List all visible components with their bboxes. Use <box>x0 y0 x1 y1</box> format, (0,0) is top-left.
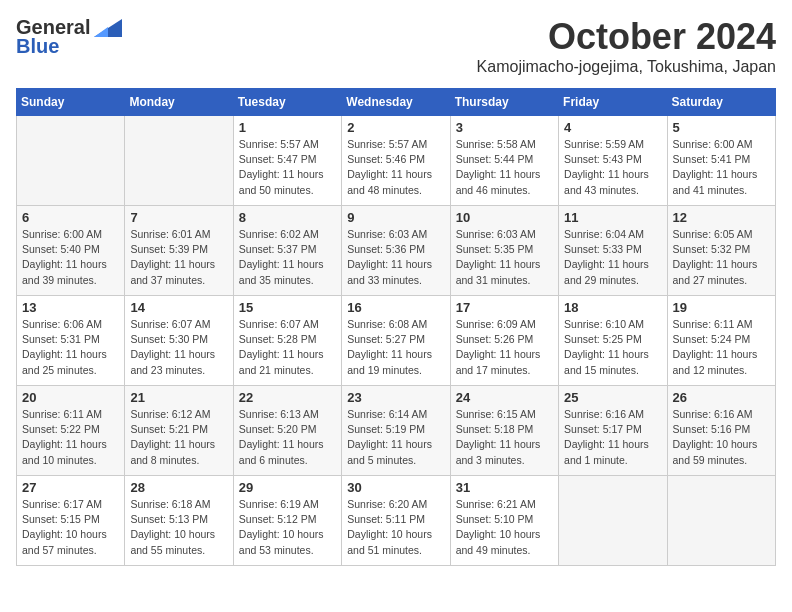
calendar-cell: 20Sunrise: 6:11 AM Sunset: 5:22 PM Dayli… <box>17 386 125 476</box>
day-number: 25 <box>564 390 661 405</box>
day-number: 3 <box>456 120 553 135</box>
calendar-cell: 15Sunrise: 6:07 AM Sunset: 5:28 PM Dayli… <box>233 296 341 386</box>
calendar-cell: 19Sunrise: 6:11 AM Sunset: 5:24 PM Dayli… <box>667 296 775 386</box>
calendar-cell: 10Sunrise: 6:03 AM Sunset: 5:35 PM Dayli… <box>450 206 558 296</box>
weekday-header-friday: Friday <box>559 89 667 116</box>
day-info: Sunrise: 6:03 AM Sunset: 5:36 PM Dayligh… <box>347 227 444 288</box>
calendar-cell: 6Sunrise: 6:00 AM Sunset: 5:40 PM Daylig… <box>17 206 125 296</box>
calendar-cell: 3Sunrise: 5:58 AM Sunset: 5:44 PM Daylig… <box>450 116 558 206</box>
day-number: 26 <box>673 390 770 405</box>
day-number: 28 <box>130 480 227 495</box>
calendar-cell: 26Sunrise: 6:16 AM Sunset: 5:16 PM Dayli… <box>667 386 775 476</box>
day-info: Sunrise: 6:03 AM Sunset: 5:35 PM Dayligh… <box>456 227 553 288</box>
calendar-cell: 7Sunrise: 6:01 AM Sunset: 5:39 PM Daylig… <box>125 206 233 296</box>
day-info: Sunrise: 6:05 AM Sunset: 5:32 PM Dayligh… <box>673 227 770 288</box>
weekday-header-monday: Monday <box>125 89 233 116</box>
calendar-cell: 1Sunrise: 5:57 AM Sunset: 5:47 PM Daylig… <box>233 116 341 206</box>
calendar-cell: 9Sunrise: 6:03 AM Sunset: 5:36 PM Daylig… <box>342 206 450 296</box>
day-info: Sunrise: 6:07 AM Sunset: 5:28 PM Dayligh… <box>239 317 336 378</box>
day-info: Sunrise: 6:19 AM Sunset: 5:12 PM Dayligh… <box>239 497 336 558</box>
day-info: Sunrise: 6:02 AM Sunset: 5:37 PM Dayligh… <box>239 227 336 288</box>
calendar-cell <box>125 116 233 206</box>
calendar-cell: 21Sunrise: 6:12 AM Sunset: 5:21 PM Dayli… <box>125 386 233 476</box>
day-number: 7 <box>130 210 227 225</box>
day-info: Sunrise: 6:06 AM Sunset: 5:31 PM Dayligh… <box>22 317 119 378</box>
title-section: October 2024 Kamojimacho-jogejima, Tokus… <box>477 16 776 76</box>
weekday-header-row: SundayMondayTuesdayWednesdayThursdayFrid… <box>17 89 776 116</box>
day-number: 14 <box>130 300 227 315</box>
day-info: Sunrise: 6:16 AM Sunset: 5:17 PM Dayligh… <box>564 407 661 468</box>
day-info: Sunrise: 6:09 AM Sunset: 5:26 PM Dayligh… <box>456 317 553 378</box>
calendar-week-row: 13Sunrise: 6:06 AM Sunset: 5:31 PM Dayli… <box>17 296 776 386</box>
day-info: Sunrise: 6:12 AM Sunset: 5:21 PM Dayligh… <box>130 407 227 468</box>
calendar-week-row: 6Sunrise: 6:00 AM Sunset: 5:40 PM Daylig… <box>17 206 776 296</box>
svg-marker-1 <box>94 27 108 37</box>
day-info: Sunrise: 6:15 AM Sunset: 5:18 PM Dayligh… <box>456 407 553 468</box>
calendar-cell: 11Sunrise: 6:04 AM Sunset: 5:33 PM Dayli… <box>559 206 667 296</box>
day-info: Sunrise: 6:21 AM Sunset: 5:10 PM Dayligh… <box>456 497 553 558</box>
calendar-cell: 27Sunrise: 6:17 AM Sunset: 5:15 PM Dayli… <box>17 476 125 566</box>
day-number: 16 <box>347 300 444 315</box>
day-number: 5 <box>673 120 770 135</box>
calendar-cell: 8Sunrise: 6:02 AM Sunset: 5:37 PM Daylig… <box>233 206 341 296</box>
day-number: 24 <box>456 390 553 405</box>
weekday-header-thursday: Thursday <box>450 89 558 116</box>
calendar-cell: 4Sunrise: 5:59 AM Sunset: 5:43 PM Daylig… <box>559 116 667 206</box>
day-number: 19 <box>673 300 770 315</box>
calendar-cell: 22Sunrise: 6:13 AM Sunset: 5:20 PM Dayli… <box>233 386 341 476</box>
location-title: Kamojimacho-jogejima, Tokushima, Japan <box>477 58 776 76</box>
calendar-week-row: 1Sunrise: 5:57 AM Sunset: 5:47 PM Daylig… <box>17 116 776 206</box>
logo: General Blue <box>16 16 122 58</box>
calendar-cell: 30Sunrise: 6:20 AM Sunset: 5:11 PM Dayli… <box>342 476 450 566</box>
calendar-cell: 29Sunrise: 6:19 AM Sunset: 5:12 PM Dayli… <box>233 476 341 566</box>
page-header: General Blue October 2024 Kamojimacho-jo… <box>16 16 776 76</box>
calendar-cell: 17Sunrise: 6:09 AM Sunset: 5:26 PM Dayli… <box>450 296 558 386</box>
day-info: Sunrise: 5:57 AM Sunset: 5:47 PM Dayligh… <box>239 137 336 198</box>
calendar-cell: 14Sunrise: 6:07 AM Sunset: 5:30 PM Dayli… <box>125 296 233 386</box>
day-number: 9 <box>347 210 444 225</box>
calendar-cell: 18Sunrise: 6:10 AM Sunset: 5:25 PM Dayli… <box>559 296 667 386</box>
calendar-cell: 25Sunrise: 6:16 AM Sunset: 5:17 PM Dayli… <box>559 386 667 476</box>
calendar-cell: 31Sunrise: 6:21 AM Sunset: 5:10 PM Dayli… <box>450 476 558 566</box>
day-number: 30 <box>347 480 444 495</box>
day-info: Sunrise: 5:59 AM Sunset: 5:43 PM Dayligh… <box>564 137 661 198</box>
weekday-header-tuesday: Tuesday <box>233 89 341 116</box>
day-info: Sunrise: 6:11 AM Sunset: 5:24 PM Dayligh… <box>673 317 770 378</box>
day-number: 18 <box>564 300 661 315</box>
weekday-header-wednesday: Wednesday <box>342 89 450 116</box>
calendar-week-row: 20Sunrise: 6:11 AM Sunset: 5:22 PM Dayli… <box>17 386 776 476</box>
day-info: Sunrise: 6:04 AM Sunset: 5:33 PM Dayligh… <box>564 227 661 288</box>
day-number: 8 <box>239 210 336 225</box>
day-number: 4 <box>564 120 661 135</box>
calendar-cell: 16Sunrise: 6:08 AM Sunset: 5:27 PM Dayli… <box>342 296 450 386</box>
calendar-cell <box>17 116 125 206</box>
day-info: Sunrise: 6:08 AM Sunset: 5:27 PM Dayligh… <box>347 317 444 378</box>
day-number: 17 <box>456 300 553 315</box>
day-info: Sunrise: 6:11 AM Sunset: 5:22 PM Dayligh… <box>22 407 119 468</box>
day-info: Sunrise: 6:00 AM Sunset: 5:41 PM Dayligh… <box>673 137 770 198</box>
logo-icon <box>94 19 122 37</box>
calendar-cell <box>667 476 775 566</box>
calendar-cell: 23Sunrise: 6:14 AM Sunset: 5:19 PM Dayli… <box>342 386 450 476</box>
calendar-table: SundayMondayTuesdayWednesdayThursdayFrid… <box>16 88 776 566</box>
day-number: 12 <box>673 210 770 225</box>
day-info: Sunrise: 6:13 AM Sunset: 5:20 PM Dayligh… <box>239 407 336 468</box>
day-number: 2 <box>347 120 444 135</box>
day-info: Sunrise: 6:01 AM Sunset: 5:39 PM Dayligh… <box>130 227 227 288</box>
day-number: 6 <box>22 210 119 225</box>
day-number: 23 <box>347 390 444 405</box>
day-number: 22 <box>239 390 336 405</box>
day-info: Sunrise: 6:17 AM Sunset: 5:15 PM Dayligh… <box>22 497 119 558</box>
day-info: Sunrise: 6:18 AM Sunset: 5:13 PM Dayligh… <box>130 497 227 558</box>
day-number: 27 <box>22 480 119 495</box>
weekday-header-saturday: Saturday <box>667 89 775 116</box>
calendar-cell: 2Sunrise: 5:57 AM Sunset: 5:46 PM Daylig… <box>342 116 450 206</box>
day-info: Sunrise: 5:57 AM Sunset: 5:46 PM Dayligh… <box>347 137 444 198</box>
calendar-week-row: 27Sunrise: 6:17 AM Sunset: 5:15 PM Dayli… <box>17 476 776 566</box>
logo-blue: Blue <box>16 35 59 58</box>
calendar-cell: 5Sunrise: 6:00 AM Sunset: 5:41 PM Daylig… <box>667 116 775 206</box>
day-info: Sunrise: 6:16 AM Sunset: 5:16 PM Dayligh… <box>673 407 770 468</box>
day-number: 29 <box>239 480 336 495</box>
calendar-cell <box>559 476 667 566</box>
day-number: 13 <box>22 300 119 315</box>
